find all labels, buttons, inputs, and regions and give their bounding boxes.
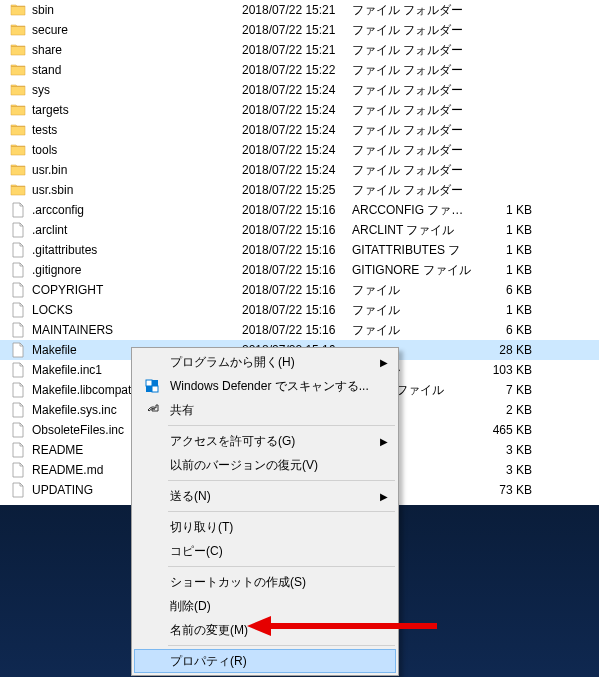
file-date: 2018/07/22 15:24: [242, 123, 352, 137]
file-size: 1 KB: [472, 243, 532, 257]
file-row[interactable]: .gitattributes2018/07/22 15:16GITATTRIBU…: [0, 240, 599, 260]
file-name: .arcconfig: [32, 203, 84, 217]
menu-separator: [168, 480, 395, 481]
file-icon: [10, 202, 26, 218]
file-name: LOCKS: [32, 303, 73, 317]
menu-send-to[interactable]: 送る(N) ▶: [134, 484, 396, 508]
file-name: ObsoleteFiles.inc: [32, 423, 124, 437]
file-row[interactable]: stand2018/07/22 15:22ファイル フォルダー: [0, 60, 599, 80]
file-name: .gitattributes: [32, 243, 97, 257]
file-date: 2018/07/22 15:21: [242, 43, 352, 57]
file-type: GITATTRIBUTES フ: [352, 242, 472, 259]
file-size: 465 KB: [472, 423, 532, 437]
file-size: 2 KB: [472, 403, 532, 417]
file-date: 2018/07/22 15:16: [242, 303, 352, 317]
blank-icon: [142, 653, 162, 669]
svg-rect-0: [146, 380, 152, 386]
file-name: README: [32, 443, 83, 457]
file-icon: [10, 362, 26, 378]
menu-shortcut-label: ショートカットの作成(S): [170, 574, 306, 591]
folder-icon: [10, 2, 26, 18]
blank-icon: [142, 433, 162, 449]
menu-delete-label: 削除(D): [170, 598, 211, 615]
file-row[interactable]: sys2018/07/22 15:24ファイル フォルダー: [0, 80, 599, 100]
file-icon: [10, 322, 26, 338]
file-name: tests: [32, 123, 57, 137]
menu-shortcut[interactable]: ショートカットの作成(S): [134, 570, 396, 594]
file-size: 1 KB: [472, 223, 532, 237]
menu-rename-label: 名前の変更(M): [170, 622, 248, 639]
file-icon: [10, 342, 26, 358]
menu-separator: [168, 645, 395, 646]
file-row[interactable]: sbin2018/07/22 15:21ファイル フォルダー: [0, 0, 599, 20]
file-name: Makefile.sys.inc: [32, 403, 117, 417]
file-row[interactable]: secure2018/07/22 15:21ファイル フォルダー: [0, 20, 599, 40]
menu-copy-label: コピー(C): [170, 543, 223, 560]
file-icon: [10, 462, 26, 478]
file-type: ファイル フォルダー: [352, 142, 472, 159]
file-row[interactable]: .arcconfig2018/07/22 15:16ARCCONFIG ファイル…: [0, 200, 599, 220]
file-size: 1 KB: [472, 203, 532, 217]
blank-icon: [142, 622, 162, 638]
file-row[interactable]: LOCKS2018/07/22 15:16ファイル1 KB: [0, 300, 599, 320]
file-icon: [10, 302, 26, 318]
file-date: 2018/07/22 15:16: [242, 243, 352, 257]
menu-cut-label: 切り取り(T): [170, 519, 233, 536]
file-icon: [10, 482, 26, 498]
menu-open-with-label: プログラムから開く(H): [170, 354, 295, 371]
file-row[interactable]: COPYRIGHT2018/07/22 15:16ファイル6 KB: [0, 280, 599, 300]
file-row[interactable]: tools2018/07/22 15:24ファイル フォルダー: [0, 140, 599, 160]
file-size: 3 KB: [472, 443, 532, 457]
file-icon: [10, 282, 26, 298]
file-date: 2018/07/22 15:24: [242, 103, 352, 117]
menu-copy[interactable]: コピー(C): [134, 539, 396, 563]
file-name: .gitignore: [32, 263, 81, 277]
menu-open-with[interactable]: プログラムから開く(H) ▶: [134, 350, 396, 374]
file-type: ARCLINT ファイル: [352, 222, 472, 239]
menu-access[interactable]: アクセスを許可する(G) ▶: [134, 429, 396, 453]
file-name: sbin: [32, 3, 54, 17]
menu-separator: [168, 425, 395, 426]
menu-defender-label: Windows Defender でスキャンする...: [170, 378, 369, 395]
file-name: README.md: [32, 463, 103, 477]
file-name: Makefile: [32, 343, 77, 357]
file-name: MAINTAINERS: [32, 323, 113, 337]
menu-share-label: 共有: [170, 402, 194, 419]
file-row[interactable]: usr.bin2018/07/22 15:24ファイル フォルダー: [0, 160, 599, 180]
file-row[interactable]: .arclint2018/07/22 15:16ARCLINT ファイル1 KB: [0, 220, 599, 240]
menu-share[interactable]: 共有: [134, 398, 396, 422]
file-row[interactable]: share2018/07/22 15:21ファイル フォルダー: [0, 40, 599, 60]
file-row[interactable]: .gitignore2018/07/22 15:16GITIGNORE ファイル…: [0, 260, 599, 280]
file-size: 73 KB: [472, 483, 532, 497]
folder-icon: [10, 162, 26, 178]
blank-icon: [142, 543, 162, 559]
blank-icon: [142, 488, 162, 504]
folder-icon: [10, 42, 26, 58]
folder-icon: [10, 22, 26, 38]
file-date: 2018/07/22 15:16: [242, 203, 352, 217]
file-size: 28 KB: [472, 343, 532, 357]
file-icon: [10, 242, 26, 258]
file-size: 3 KB: [472, 463, 532, 477]
file-name: share: [32, 43, 62, 57]
file-name: targets: [32, 103, 69, 117]
file-date: 2018/07/22 15:21: [242, 23, 352, 37]
menu-restore[interactable]: 以前のバージョンの復元(V): [134, 453, 396, 477]
menu-defender[interactable]: Windows Defender でスキャンする...: [134, 374, 396, 398]
file-date: 2018/07/22 15:16: [242, 283, 352, 297]
file-date: 2018/07/22 15:24: [242, 83, 352, 97]
file-row[interactable]: targets2018/07/22 15:24ファイル フォルダー: [0, 100, 599, 120]
file-type: ファイル: [352, 322, 472, 339]
svg-rect-1: [152, 380, 158, 386]
file-type: GITIGNORE ファイル: [352, 262, 472, 279]
file-name: Makefile.inc1: [32, 363, 102, 377]
menu-properties[interactable]: プロパティ(R): [134, 649, 396, 673]
file-name: tools: [32, 143, 57, 157]
file-row[interactable]: usr.sbin2018/07/22 15:25ファイル フォルダー: [0, 180, 599, 200]
file-row[interactable]: MAINTAINERS2018/07/22 15:16ファイル6 KB: [0, 320, 599, 340]
folder-icon: [10, 82, 26, 98]
file-row[interactable]: tests2018/07/22 15:24ファイル フォルダー: [0, 120, 599, 140]
file-date: 2018/07/22 15:24: [242, 143, 352, 157]
menu-cut[interactable]: 切り取り(T): [134, 515, 396, 539]
blank-icon: [142, 457, 162, 473]
